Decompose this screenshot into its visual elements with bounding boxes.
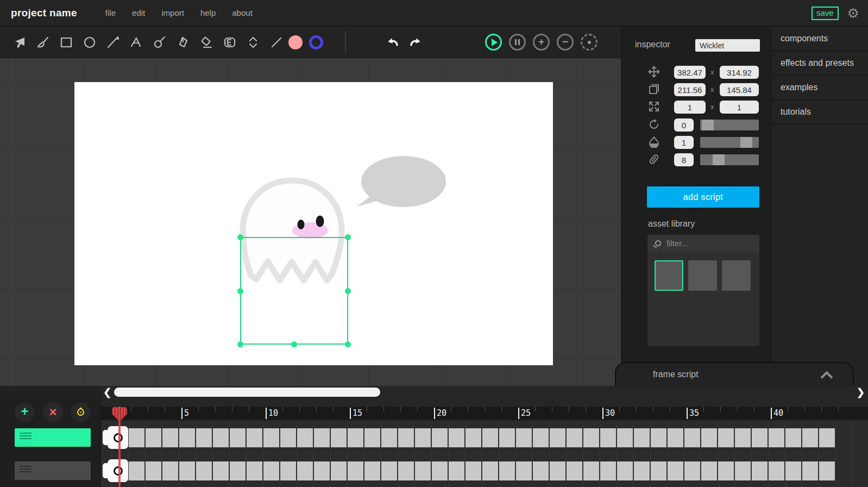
- stroke-width-slider[interactable]: [700, 154, 759, 165]
- menu-about[interactable]: about: [232, 8, 253, 17]
- scroll-right-icon[interactable]: ❯: [857, 386, 865, 398]
- keyframe-cell[interactable]: [108, 459, 128, 482]
- frame-cell[interactable]: [482, 428, 498, 447]
- frame-cell[interactable]: [735, 461, 751, 480]
- frame-cell[interactable]: [583, 461, 599, 480]
- menu-tutorials[interactable]: tutorials: [771, 100, 868, 124]
- pause-button[interactable]: [509, 34, 526, 51]
- frame-cell[interactable]: [819, 428, 835, 447]
- frame-cell[interactable]: [263, 428, 279, 447]
- frame-cell[interactable]: [802, 461, 818, 480]
- layer-drag-handle[interactable]: [20, 433, 32, 441]
- frame-cell[interactable]: [482, 461, 498, 480]
- keyframe-cell[interactable]: [108, 426, 128, 449]
- layer-row-2[interactable]: [15, 461, 91, 480]
- selection-handle-top-right[interactable]: [345, 234, 351, 240]
- arrange-tool-icon[interactable]: [246, 35, 261, 50]
- frame-cell[interactable]: [600, 461, 616, 480]
- eraser-tool-icon[interactable]: [199, 35, 214, 50]
- frame-cell[interactable]: [263, 461, 279, 480]
- frame-cell[interactable]: [314, 428, 330, 447]
- frame-cell[interactable]: [769, 428, 784, 447]
- menu-import[interactable]: import: [161, 8, 184, 17]
- frame-cell[interactable]: [617, 461, 633, 480]
- frame-cell[interactable]: [297, 428, 313, 447]
- selection-handle-mid-left[interactable]: [237, 288, 243, 294]
- frame-cell[interactable]: [280, 461, 296, 480]
- frame-cell[interactable]: [668, 461, 683, 480]
- selection-handle-top-left[interactable]: [237, 234, 243, 240]
- menu-edit[interactable]: edit: [132, 8, 145, 17]
- layer-row-1[interactable]: [15, 428, 91, 447]
- frame-cell[interactable]: [718, 461, 734, 480]
- frame-cell[interactable]: [499, 428, 515, 447]
- asset-thumbnail-3[interactable]: [722, 260, 751, 291]
- frame-cell[interactable]: [213, 461, 229, 480]
- save-button[interactable]: save: [812, 7, 839, 20]
- position-y-field[interactable]: 314.92: [720, 66, 759, 79]
- frame-cell[interactable]: [752, 428, 768, 447]
- frame-cell[interactable]: [466, 461, 481, 480]
- frame-cell[interactable]: [785, 428, 801, 447]
- add-layer-button[interactable]: +: [15, 402, 35, 422]
- frame-cell[interactable]: [432, 428, 448, 447]
- frame-cell[interactable]: [533, 461, 549, 480]
- frame-cell[interactable]: [348, 428, 363, 447]
- line-tool-icon[interactable]: [269, 35, 284, 50]
- frame-cell[interactable]: [583, 428, 599, 447]
- frame-cell[interactable]: [398, 428, 414, 447]
- frame-cell[interactable]: [819, 461, 835, 480]
- frame-cell[interactable]: [146, 461, 161, 480]
- cursor-tool-icon[interactable]: [12, 35, 27, 50]
- menu-examples[interactable]: examples: [771, 76, 868, 100]
- frame-cell[interactable]: [230, 428, 246, 447]
- height-field[interactable]: 145.84: [720, 83, 759, 96]
- frame-cell[interactable]: [162, 461, 178, 480]
- frame-cell[interactable]: [331, 428, 347, 447]
- frame-cell[interactable]: [466, 428, 481, 447]
- frame-cell[interactable]: [499, 461, 515, 480]
- zoom-out-button[interactable]: −: [557, 34, 574, 51]
- text-tool-icon[interactable]: [129, 35, 144, 50]
- frame-cell[interactable]: [533, 428, 549, 447]
- frame-cell[interactable]: [634, 461, 650, 480]
- frame-cell[interactable]: [701, 428, 717, 447]
- layer-drag-handle[interactable]: [20, 466, 32, 474]
- frame-cell[interactable]: [634, 428, 650, 447]
- rectangle-tool-icon[interactable]: [59, 35, 74, 50]
- scale-y-field[interactable]: 1: [720, 101, 759, 114]
- ellipse-tool-icon[interactable]: [82, 35, 97, 50]
- rotation-field[interactable]: 0: [674, 118, 694, 132]
- scroll-left-icon[interactable]: ❮: [103, 386, 111, 398]
- asset-thumbnail-2[interactable]: [688, 260, 717, 291]
- frame-cell[interactable]: [230, 461, 246, 480]
- frame-cell[interactable]: [179, 428, 195, 447]
- fill-bucket-tool-icon[interactable]: [222, 35, 237, 50]
- frame-cell[interactable]: [331, 461, 347, 480]
- frame-cell[interactable]: [567, 461, 582, 480]
- frame-cell[interactable]: [314, 461, 330, 480]
- zoom-in-button[interactable]: +: [533, 34, 550, 51]
- frame-cell[interactable]: [735, 428, 751, 447]
- fill-color-swatch[interactable]: [288, 35, 303, 49]
- frame-cell[interactable]: [179, 461, 195, 480]
- selection-handle-bottom-right[interactable]: [345, 341, 351, 347]
- frame-cell[interactable]: [280, 428, 296, 447]
- menu-help[interactable]: help: [200, 8, 216, 17]
- frame-cell[interactable]: [398, 461, 414, 480]
- frame-cell[interactable]: [752, 461, 768, 480]
- frame-cell[interactable]: [129, 461, 144, 480]
- frame-cell[interactable]: [364, 428, 380, 447]
- scrollbar-thumb[interactable]: [114, 388, 380, 397]
- frame-cell[interactable]: [381, 428, 397, 447]
- frame-cell[interactable]: [449, 461, 464, 480]
- frame-cell[interactable]: [196, 428, 212, 447]
- chevron-up-icon[interactable]: [821, 371, 833, 384]
- menu-effects-and-presets[interactable]: effects and presets: [771, 51, 868, 76]
- position-x-field[interactable]: 382.47: [674, 66, 706, 79]
- frame-cell[interactable]: [516, 461, 532, 480]
- stroke-color-swatch[interactable]: [309, 35, 323, 49]
- frame-cell[interactable]: [432, 461, 448, 480]
- asset-filter-bar[interactable]: filter...: [647, 235, 759, 252]
- frame-cell[interactable]: [684, 428, 700, 447]
